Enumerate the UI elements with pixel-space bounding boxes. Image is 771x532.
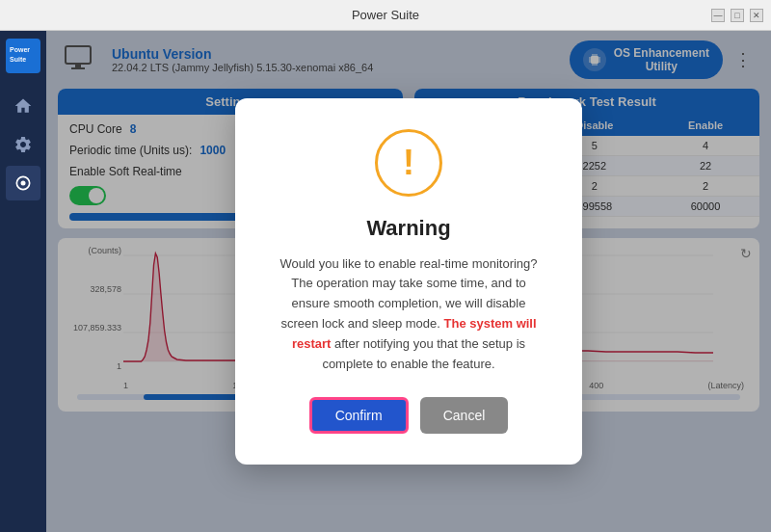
confirm-button[interactable]: Confirm <box>309 397 409 434</box>
svg-text:Suite: Suite <box>10 56 26 63</box>
home-icon <box>13 96 33 116</box>
app-container: Power Suite <box>0 31 771 532</box>
sidebar: Power Suite <box>0 31 46 532</box>
window-controls: — □ ✕ <box>711 9 763 22</box>
title-bar: Power Suite — □ ✕ <box>0 0 771 31</box>
warning-modal: ! Warning Would you like to enable real-… <box>235 98 582 466</box>
app-title: Power Suite <box>352 8 419 22</box>
main-content: Ubuntu Version 22.04.2 LTS (Jammy Jellyf… <box>46 31 771 532</box>
close-button[interactable]: ✕ <box>750 9 763 22</box>
warning-icon-circle: ! <box>375 129 442 197</box>
cancel-button[interactable]: Cancel <box>420 397 509 434</box>
svg-text:Power: Power <box>10 46 30 53</box>
sidebar-item-home[interactable] <box>6 89 40 123</box>
sidebar-item-monitor[interactable] <box>6 166 40 200</box>
svg-point-4 <box>21 181 26 186</box>
warning-exclamation: ! <box>403 146 414 180</box>
modal-body-text: Would you like to enable real-time monit… <box>274 254 544 375</box>
sidebar-item-settings[interactable] <box>6 127 40 162</box>
monitor-icon <box>13 173 33 193</box>
maximize-button[interactable]: □ <box>731 9 744 22</box>
gear-icon <box>13 135 33 154</box>
power-suite-logo: Power Suite <box>6 39 40 73</box>
modal-overlay: ! Warning Would you like to enable real-… <box>46 31 771 532</box>
modal-text-part2: after notifying you that the setup is co… <box>322 336 525 371</box>
modal-buttons: Confirm Cancel <box>274 397 544 434</box>
minimize-button[interactable]: — <box>711 9 725 22</box>
modal-title: Warning <box>274 216 544 241</box>
